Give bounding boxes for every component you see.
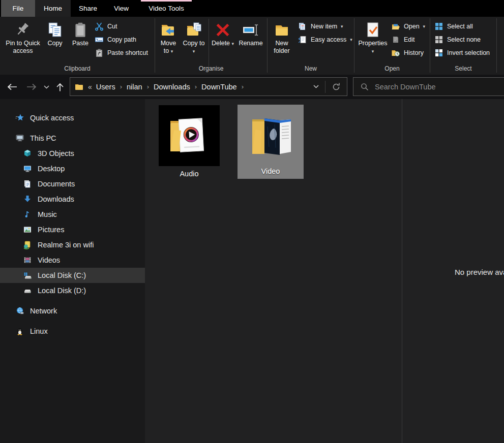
this-pc-icon bbox=[15, 134, 24, 143]
breadcrumb-separator[interactable]: › bbox=[192, 83, 199, 90]
forward-button[interactable] bbox=[24, 80, 39, 94]
sidebar-item-label: Realme 3i on wifi bbox=[38, 241, 94, 249]
move-to-button[interactable]: Move to ▾ bbox=[157, 19, 180, 55]
pin-to-quick-access-label: Pin to Quick access bbox=[3, 40, 43, 55]
3d-cube-icon bbox=[23, 149, 32, 158]
tab-file[interactable]: File bbox=[1, 0, 35, 17]
ribbon: Pin to Quick access Copy Paste Cut Copy … bbox=[0, 17, 504, 75]
rename-label: Rename bbox=[236, 40, 265, 47]
new-folder-button[interactable]: New folder bbox=[269, 19, 295, 55]
main-area: Quick access This PC 3D Objects Desktop … bbox=[0, 99, 504, 443]
back-button[interactable] bbox=[5, 80, 19, 94]
copy-button[interactable]: Copy bbox=[43, 19, 67, 47]
file-list-area[interactable]: Audio V bbox=[145, 99, 402, 443]
sidebar-item-network[interactable]: Network bbox=[0, 303, 145, 319]
sidebar-item-label: This PC bbox=[30, 134, 56, 142]
invert-selection-button[interactable]: Invert selection bbox=[434, 46, 490, 59]
delete-button[interactable]: Delete ▾ bbox=[211, 19, 234, 48]
sidebar-item-label: Local Disk (D:) bbox=[38, 287, 86, 295]
copy-to-button[interactable]: Copy to ▾ bbox=[183, 19, 205, 55]
desktop-monitor-icon bbox=[23, 164, 32, 173]
address-bar[interactable]: « Users › nilan › Downloads › DownTube › bbox=[70, 77, 347, 96]
properties-icon bbox=[364, 21, 381, 39]
easy-access-button[interactable]: Easy access ▾ bbox=[298, 33, 352, 46]
video-folder-icon bbox=[241, 107, 300, 167]
search-input[interactable] bbox=[375, 83, 504, 91]
copy-path-button[interactable]: Copy path bbox=[95, 33, 136, 46]
breadcrumb-downloads[interactable]: Downloads bbox=[152, 83, 192, 91]
pin-icon bbox=[14, 21, 32, 39]
sidebar-item-3d-objects[interactable]: 3D Objects bbox=[0, 146, 145, 161]
sidebar-item-music[interactable]: Music bbox=[0, 207, 145, 222]
sidebar-item-documents[interactable]: Documents bbox=[0, 176, 145, 192]
sidebar-item-local-disk-d[interactable]: Local Disk (D:) bbox=[0, 283, 145, 298]
sidebar-item-label: Desktop bbox=[38, 165, 65, 173]
file-tile-audio[interactable]: Audio bbox=[159, 105, 220, 178]
group-label-new: New bbox=[268, 65, 354, 72]
paste-shortcut-button[interactable]: Paste shortcut bbox=[95, 46, 148, 59]
select-none-icon bbox=[434, 35, 443, 44]
download-arrow-icon bbox=[23, 195, 32, 204]
properties-button[interactable]: Properties ▾ bbox=[358, 19, 388, 55]
edit-button[interactable]: Edit bbox=[391, 33, 415, 46]
breadcrumb-separator[interactable]: › bbox=[239, 83, 246, 90]
sidebar-item-this-pc[interactable]: This PC bbox=[0, 131, 145, 146]
sidebar-item-quick-access[interactable]: Quick access bbox=[0, 110, 145, 125]
sidebar-item-pictures[interactable]: Pictures bbox=[0, 222, 145, 237]
history-icon bbox=[391, 48, 400, 57]
pin-to-quick-access-button[interactable]: Pin to Quick access bbox=[3, 19, 43, 55]
sidebar-item-label: Music bbox=[38, 210, 57, 218]
ribbon-tab-bar: File Home Share View Video Tools bbox=[0, 0, 504, 17]
copy-label: Copy bbox=[43, 40, 67, 47]
select-all-button[interactable]: Select all bbox=[434, 20, 473, 33]
tab-video-tools[interactable]: Video Tools bbox=[141, 0, 192, 17]
new-item-icon bbox=[298, 22, 307, 31]
copy-to-icon bbox=[185, 21, 202, 39]
ribbon-group-organise: Move to ▾ Copy to ▾ Delete ▾ Rename Orga… bbox=[155, 17, 267, 75]
breadcrumb-separator[interactable]: › bbox=[117, 83, 125, 90]
move-to-icon bbox=[160, 21, 177, 39]
up-button[interactable] bbox=[53, 80, 67, 94]
breadcrumb-downtube[interactable]: DownTube bbox=[199, 83, 239, 91]
tab-home[interactable]: Home bbox=[35, 0, 71, 17]
sidebar-item-videos[interactable]: Videos bbox=[0, 252, 145, 268]
search-icon bbox=[361, 83, 369, 91]
preview-pane: No preview available bbox=[402, 99, 504, 443]
network-globe-icon bbox=[15, 306, 24, 315]
easy-access-icon bbox=[298, 35, 307, 44]
edit-label: Edit bbox=[404, 36, 415, 43]
history-button[interactable]: History bbox=[391, 46, 424, 59]
recent-locations-button[interactable] bbox=[41, 80, 52, 94]
new-item-button[interactable]: New item ▾ bbox=[298, 20, 343, 33]
address-dropdown-button[interactable] bbox=[307, 78, 325, 96]
sidebar-item-realme-3i[interactable]: Realme 3i on wifi bbox=[0, 237, 145, 252]
paste-button[interactable]: Paste bbox=[68, 19, 93, 47]
file-label: Audio bbox=[159, 170, 220, 178]
cut-button[interactable]: Cut bbox=[95, 20, 117, 33]
tab-view[interactable]: View bbox=[105, 0, 137, 17]
paste-icon bbox=[72, 21, 89, 39]
move-to-label: Move to ▾ bbox=[157, 40, 180, 55]
sidebar-item-label: Quick access bbox=[30, 114, 74, 122]
sidebar-item-local-disk-c[interactable]: Local Disk (C:) bbox=[0, 268, 145, 283]
rename-button[interactable]: Rename bbox=[236, 19, 265, 47]
open-button[interactable]: Open ▾ bbox=[391, 20, 425, 33]
refresh-button[interactable] bbox=[325, 78, 347, 96]
tab-share[interactable]: Share bbox=[71, 0, 105, 17]
sidebar-item-label: Linux bbox=[30, 327, 48, 335]
paste-shortcut-icon bbox=[95, 48, 104, 57]
breadcrumb-separator[interactable]: › bbox=[144, 83, 152, 90]
breadcrumb-nilan[interactable]: nilan bbox=[125, 83, 144, 91]
breadcrumb-users[interactable]: Users bbox=[94, 83, 117, 91]
quick-access-star-icon bbox=[15, 113, 24, 122]
phone-device-icon bbox=[23, 240, 32, 249]
open-label: Open bbox=[404, 23, 420, 30]
easy-access-label: Easy access bbox=[311, 36, 346, 43]
file-tile-video[interactable]: Video bbox=[238, 105, 304, 179]
sidebar-item-desktop[interactable]: Desktop bbox=[0, 161, 145, 176]
select-none-button[interactable]: Select none bbox=[434, 33, 481, 46]
breadcrumb-collapsed-indicator[interactable]: « bbox=[88, 83, 92, 91]
sidebar-item-linux[interactable]: Linux bbox=[0, 324, 145, 339]
navigation-bar: « Users › nilan › Downloads › DownTube › bbox=[0, 75, 504, 99]
sidebar-item-downloads[interactable]: Downloads bbox=[0, 192, 145, 207]
